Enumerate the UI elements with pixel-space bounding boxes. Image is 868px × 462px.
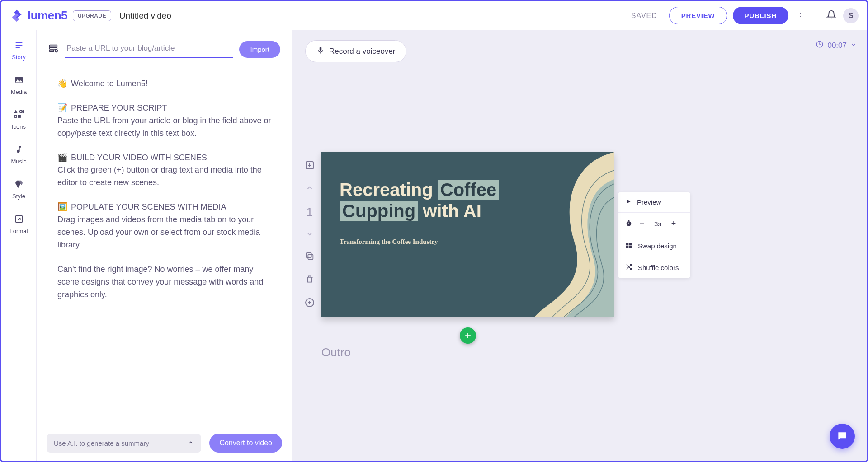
scene-duration-control: − 3s +	[618, 212, 690, 235]
script-paragraph: Paste the URL from your article or blog …	[57, 115, 271, 140]
avatar[interactable]: S	[843, 8, 859, 23]
grid-icon	[625, 242, 632, 250]
svg-rect-27	[626, 245, 628, 247]
record-voiceover-label: Record a voiceover	[329, 47, 395, 56]
chevron-down-icon	[850, 41, 857, 50]
duration-value: 00:07	[827, 41, 847, 50]
outro-label: Outro	[321, 345, 351, 359]
move-scene-up-button[interactable]	[306, 184, 314, 194]
script-heading: 📝PREPARE YOUR SCRIPT	[57, 102, 271, 115]
scene-title[interactable]: Recreating Coffee Cupping with AI	[340, 179, 511, 222]
svg-rect-9	[50, 45, 57, 47]
notifications-button[interactable]	[825, 10, 838, 22]
wave-icon: 👋	[57, 78, 67, 90]
chat-fab[interactable]	[830, 424, 855, 449]
logo[interactable]: lumen5	[9, 9, 67, 23]
stopwatch-icon	[625, 219, 632, 228]
scene-background-graphic	[321, 152, 614, 317]
svg-point-5	[19, 111, 22, 113]
sidebar-item-format[interactable]: Format	[1, 211, 36, 237]
scene-preview-button[interactable]: Preview	[618, 192, 690, 212]
video-title[interactable]: Untitled video	[119, 11, 171, 21]
svg-rect-7	[18, 115, 20, 117]
svg-rect-18	[307, 252, 311, 257]
url-link-icon	[48, 43, 58, 55]
add-scene-below-button[interactable]	[304, 297, 315, 310]
sidebar: Story Media Icons Music	[1, 30, 37, 461]
play-icon	[625, 198, 632, 206]
svg-point-4	[17, 79, 18, 80]
welcome-heading: 👋 Welcome to Lumen5!	[57, 78, 271, 90]
sidebar-item-icons[interactable]: Icons	[1, 107, 36, 133]
sidebar-item-story[interactable]: Story	[1, 37, 36, 63]
scene-action-label: Swap design	[638, 242, 677, 250]
move-scene-down-button[interactable]	[306, 230, 314, 240]
scene-preview[interactable]: Recreating Coffee Cupping with AI Transf…	[321, 152, 614, 317]
music-icon	[14, 145, 24, 156]
mic-icon	[316, 46, 325, 56]
record-voiceover-button[interactable]: Record a voiceover	[305, 40, 406, 62]
style-icon	[14, 179, 24, 191]
svg-rect-28	[629, 245, 632, 247]
scene-toolbar: 1	[301, 160, 319, 310]
url-input[interactable]	[65, 40, 233, 58]
ai-summary-select[interactable]: Use A.I. to generate a summary	[47, 434, 201, 453]
publish-button[interactable]: PUBLISH	[733, 7, 788, 24]
sidebar-item-label: Media	[11, 89, 27, 95]
story-icon	[14, 40, 24, 52]
scene-number: 1	[307, 205, 313, 219]
duplicate-scene-button[interactable]	[305, 251, 315, 263]
svg-rect-24	[628, 220, 630, 221]
swap-design-button[interactable]: Swap design	[618, 235, 690, 257]
sidebar-item-label: Music	[11, 158, 27, 165]
video-duration[interactable]: 00:07	[816, 40, 857, 51]
svg-rect-26	[629, 243, 632, 245]
clapper-icon: 🎬	[57, 152, 67, 164]
story-bottom-row: Use A.I. to generate a summary Convert t…	[37, 427, 292, 461]
scene-duration-value: 3s	[651, 220, 664, 228]
chevron-up-icon	[188, 439, 194, 447]
scene-action-label: Shuffle colors	[638, 264, 679, 271]
url-import-row: Import	[37, 30, 292, 65]
ai-summary-label: Use A.I. to generate a summary	[54, 439, 149, 447]
scene-subtitle[interactable]: Transforming the Coffee Industry	[340, 238, 438, 246]
shuffle-icon	[625, 263, 632, 272]
canvas: Record a voiceover 00:07 1	[292, 30, 867, 461]
upgrade-badge[interactable]: UPGRADE	[73, 10, 111, 21]
sidebar-item-label: Format	[9, 228, 28, 234]
sidebar-item-media[interactable]: Media	[1, 72, 36, 98]
frame-icon: 🖼️	[57, 201, 67, 214]
import-button[interactable]: Import	[239, 41, 280, 58]
more-menu-button[interactable]: ⋮	[794, 11, 807, 21]
logo-icon	[9, 9, 24, 23]
divider	[816, 7, 816, 25]
sidebar-item-music[interactable]: Music	[1, 142, 36, 168]
duration-decrease-button[interactable]: −	[638, 219, 646, 229]
svg-rect-11	[50, 50, 54, 52]
clock-icon	[816, 40, 824, 51]
script-heading: 🖼️POPULATE YOUR SCENES WITH MEDIA	[57, 201, 271, 214]
chat-icon	[836, 430, 848, 442]
sidebar-item-style[interactable]: Style	[1, 177, 36, 202]
preview-button[interactable]: PREVIEW	[669, 7, 727, 24]
delete-scene-button[interactable]	[305, 274, 314, 286]
topbar: lumen5 UPGRADE Untitled video SAVED PREV…	[1, 1, 867, 30]
sidebar-item-label: Icons	[12, 123, 26, 130]
convert-button[interactable]: Convert to video	[209, 434, 282, 453]
add-scene-above-button[interactable]	[304, 160, 315, 173]
script-heading: 🎬BUILD YOUR VIDEO WITH SCENES	[57, 152, 271, 164]
shuffle-colors-button[interactable]: Shuffle colors	[618, 257, 690, 278]
logo-text: lumen5	[28, 9, 67, 23]
script-textarea[interactable]: 👋 Welcome to Lumen5! 📝PREPARE YOUR SCRIP…	[37, 65, 292, 427]
script-paragraph: Can't find the right image? No worries –…	[57, 263, 271, 301]
duration-increase-button[interactable]: +	[670, 219, 678, 229]
memo-icon: 📝	[57, 102, 67, 115]
add-scene-button[interactable]: +	[460, 327, 476, 344]
svg-rect-17	[308, 254, 313, 259]
bell-icon	[826, 10, 836, 20]
script-paragraph: Drag images and videos from the media ta…	[57, 214, 271, 252]
svg-rect-10	[50, 47, 57, 49]
story-panel: Import 👋 Welcome to Lumen5! 📝PREPARE YOU…	[37, 30, 292, 461]
sidebar-item-label: Story	[12, 54, 25, 61]
svg-rect-25	[626, 243, 628, 245]
